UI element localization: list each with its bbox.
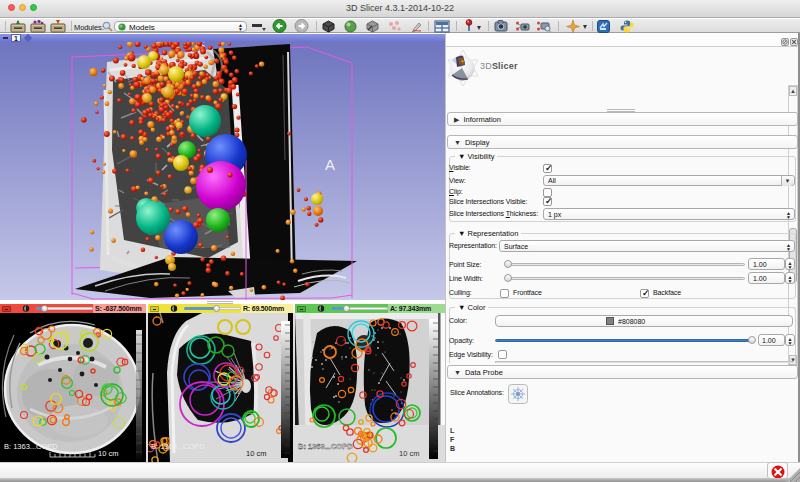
svg-text:B: 1363...COPD: B: 1363...COPD [4,442,58,451]
svg-text:B: 1363...COPD: B: 1363...COPD [151,442,205,451]
svg-text:10 cm: 10 cm [399,449,419,458]
svg-text:10 cm: 10 cm [246,449,266,458]
svg-text:A: A [325,156,335,173]
svg-text:B: 1363...COPD: B: 1363...COPD [298,442,353,451]
svg-text:10 cm: 10 cm [98,449,118,458]
